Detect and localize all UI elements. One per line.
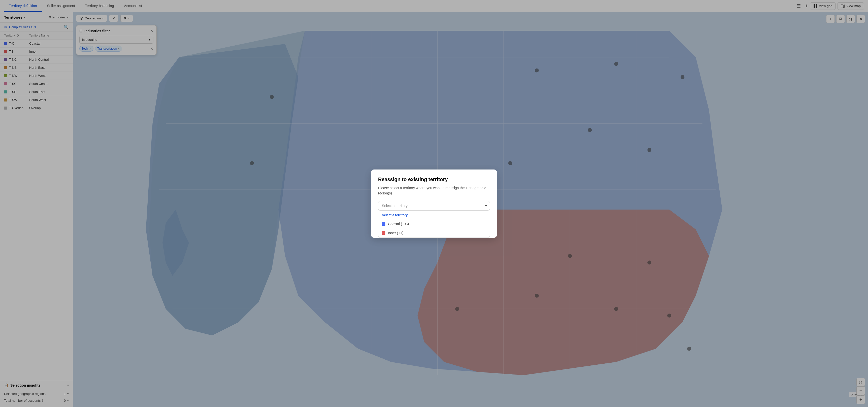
modal-overlay[interactable]: Reassign to existing territory Please se… [0, 0, 868, 407]
modal-title: Reassign to existing territory [378, 177, 490, 182]
coastal-color-swatch [382, 222, 385, 226]
modal-select-wrapper: Select a territory ▾ [378, 201, 490, 211]
dropdown-item-coastal[interactable]: Coastal (T-C) [378, 219, 490, 228]
dropdown-item-inner[interactable]: Inner (T-I) [378, 228, 490, 238]
reassign-territory-modal: Reassign to existing territory Please se… [371, 169, 497, 238]
territory-select[interactable]: Select a territory [378, 201, 490, 211]
inner-color-swatch [382, 231, 385, 235]
dropdown-header[interactable]: Select a territory [378, 211, 490, 219]
modal-description: Please select a territory where you want… [378, 185, 490, 196]
modal-dropdown: Select a territory Coastal (T-C) Inner (… [378, 211, 490, 238]
